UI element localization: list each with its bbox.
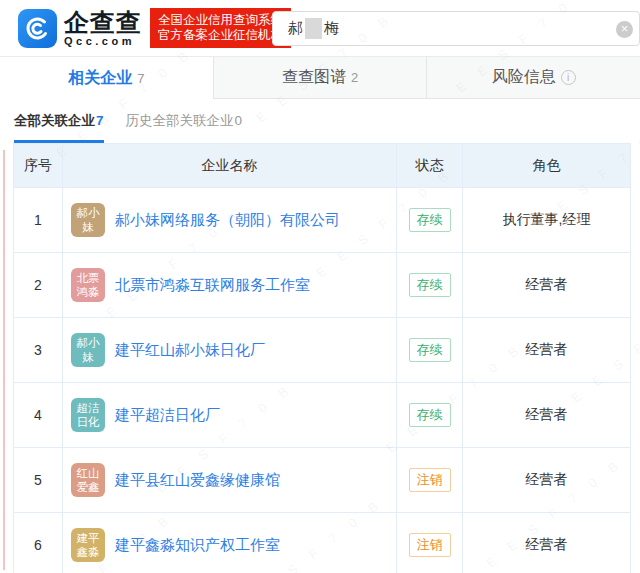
avatar-line2: 鑫淼 [77,545,100,559]
header: 企查查 Qcc.com 全国企业信用查询系统 官方备案企业征信机构 郝梅 × [0,0,640,57]
info-icon: i [561,70,576,85]
table-row: 5 红山 爱鑫 建平县红山爱鑫缘健康馆 注销 经营者 [14,448,631,513]
avatar-line1: 北票 [77,271,100,285]
page: E E S F 7 0 B E E S F 7 0 B E E S F 7 0 … [0,0,640,573]
redacted-char [305,18,322,39]
company-avatar: 北票 鸿淼 [71,268,105,302]
role-cell: 经营者 [463,253,631,318]
status-badge: 注销 [409,533,451,557]
row-index: 3 [14,318,63,383]
company-avatar: 红山 爱鑫 [71,463,105,497]
subtab-label: 历史全部关联企业 [126,113,234,128]
row-index: 6 [14,513,63,573]
certification-line2: 官方备案企业征信机构 [158,28,283,43]
row-index: 5 [14,448,63,513]
company-avatar: 建平 鑫淼 [71,528,105,562]
brand-domain: Qcc.com [64,35,142,47]
table-body: 1 郝小 妹 郝小妹网络服务（朝阳）有限公司 存续 执行董事,经理 2 北票 鸿… [14,188,631,573]
clear-search-icon[interactable]: × [616,21,633,38]
company-avatar: 郝小 妹 [71,333,105,367]
tab-count: 7 [137,71,144,86]
company-cell: 北票 鸿淼 北票市鸿淼互联网服务工作室 [71,268,396,302]
table-row: 4 超洁 日化 建平超洁日化厂 存续 经营者 [14,383,631,448]
row-index: 2 [14,253,63,318]
subtab-bar: 全部关联企业7 历史全部关联企业0 [0,99,640,143]
avatar-line2: 日化 [77,415,100,429]
col-header-role: 角色 [463,144,631,188]
search-value: 郝梅 [288,18,339,39]
avatar-line2: 鸿淼 [77,285,100,299]
status-badge: 存续 [409,208,451,232]
certification-badge: 全国企业信用查询系统 官方备案企业征信机构 [150,8,291,48]
col-header-status: 状态 [397,144,463,188]
company-cell: 郝小 妹 建平红山郝小妹日化厂 [71,333,396,367]
company-cell: 超洁 日化 建平超洁日化厂 [71,398,396,432]
company-avatar: 超洁 日化 [71,398,105,432]
subtab-count: 7 [96,113,104,128]
status-badge: 存续 [409,403,451,427]
role-cell: 经营者 [463,318,631,383]
company-name-link[interactable]: 建平超洁日化厂 [115,406,220,425]
tab-chacha-graph[interactable]: 查查图谱 2 [213,57,427,99]
role-cell: 执行董事,经理 [463,188,631,253]
col-header-company: 企业名称 [63,144,397,188]
avatar-line2: 妹 [82,220,94,234]
qcc-logo-icon [18,9,57,48]
status-badge: 注销 [409,468,451,492]
subtab-label: 全部关联企业 [14,113,95,128]
certification-line1: 全国企业信用查询系统 [158,13,283,28]
tab-label: 相关企业 [68,68,132,89]
company-name-link[interactable]: 建平红山郝小妹日化厂 [115,341,265,360]
company-name-link[interactable]: 郝小妹网络服务（朝阳）有限公司 [115,211,340,230]
table-row: 2 北票 鸿淼 北票市鸿淼互联网服务工作室 存续 经营者 [14,253,631,318]
companies-table: 序号 企业名称 状态 角色 1 郝小 妹 郝小妹网络服务（朝阳）有限公司 存续 … [13,143,630,573]
tab-risk-info[interactable]: 风险信息 i [426,57,640,99]
row-index: 1 [14,188,63,253]
avatar-line1: 超洁 [77,401,100,415]
subtab-history-related[interactable]: 历史全部关联企业0 [126,112,243,143]
col-header-index: 序号 [14,144,63,188]
brand-name: 企查查 [64,9,142,35]
company-avatar: 郝小 妹 [71,203,105,237]
tab-bar: 相关企业 7 查查图谱 2 风险信息 i [0,57,640,99]
table-row: 6 建平 鑫淼 建平鑫淼知识产权工作室 注销 经营者 [14,513,631,573]
subtab-all-related[interactable]: 全部关联企业7 [14,112,104,143]
status-badge: 存续 [409,338,451,362]
tab-label: 查查图谱 [282,67,346,88]
qcc-logo-text: 企查查 Qcc.com [64,9,142,47]
red-edge-artifact [3,150,5,570]
subtab-count: 0 [235,113,243,128]
avatar-line2: 妹 [82,350,94,364]
role-cell: 经营者 [463,383,631,448]
qcc-swirl-icon [24,15,51,42]
company-name-link[interactable]: 建平县红山爱鑫缘健康馆 [115,471,280,490]
role-cell: 经营者 [463,448,631,513]
avatar-line2: 爱鑫 [77,480,100,494]
company-cell: 郝小 妹 郝小妹网络服务（朝阳）有限公司 [71,203,396,237]
company-cell: 红山 爱鑫 建平县红山爱鑫缘健康馆 [71,463,396,497]
tab-label: 风险信息 [492,67,556,88]
table-header-row: 序号 企业名称 状态 角色 [14,144,631,188]
row-index: 4 [14,383,63,448]
avatar-line1: 建平 [77,531,100,545]
company-name-link[interactable]: 建平鑫淼知识产权工作室 [115,536,280,555]
company-name-link[interactable]: 北票市鸿淼互联网服务工作室 [115,276,310,295]
avatar-line1: 郝小 [77,206,100,220]
table-row: 1 郝小 妹 郝小妹网络服务（朝阳）有限公司 存续 执行董事,经理 [14,188,631,253]
tab-count: 2 [351,70,358,85]
search-input[interactable]: 郝梅 × [272,11,640,46]
table-row: 3 郝小 妹 建平红山郝小妹日化厂 存续 经营者 [14,318,631,383]
avatar-line1: 红山 [77,466,100,480]
role-cell: 经营者 [463,513,631,573]
status-badge: 存续 [409,273,451,297]
qcc-logo[interactable]: 企查查 Qcc.com [18,9,142,48]
tab-related-companies[interactable]: 相关企业 7 [0,57,213,99]
avatar-line1: 郝小 [77,336,100,350]
company-cell: 建平 鑫淼 建平鑫淼知识产权工作室 [71,528,396,562]
